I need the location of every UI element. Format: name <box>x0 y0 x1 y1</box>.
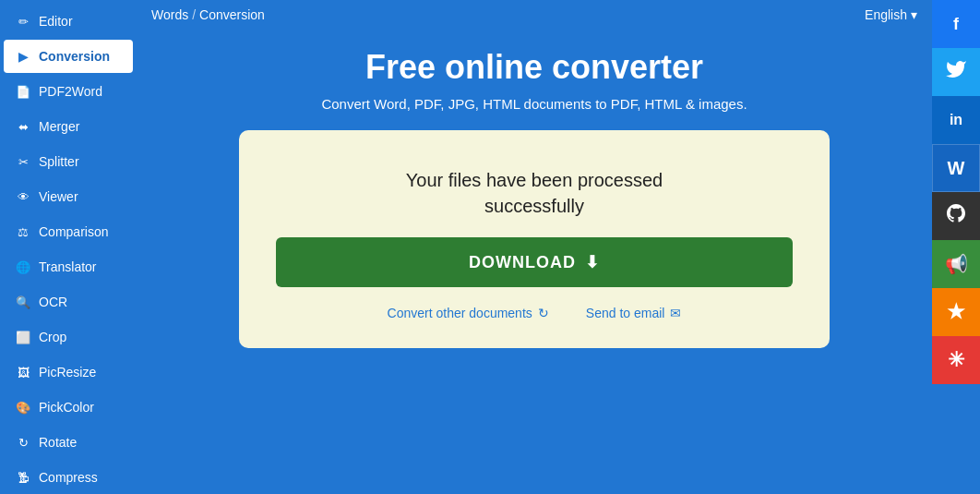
convert-other-link[interactable]: Convert other documents ↻ <box>388 306 549 320</box>
breadcrumb-words-link[interactable]: Words <box>151 7 188 22</box>
star-button[interactable]: ★ <box>932 288 980 336</box>
sidebar-item-label: PicResize <box>39 365 96 380</box>
sidebar: ✏ Editor ▶ Conversion 📄 PDF2Word ⬌ Merge… <box>0 0 137 494</box>
sidebar-item-ocr[interactable]: 🔍 OCR <box>4 285 133 319</box>
sidebar-item-label: Merger <box>39 119 79 134</box>
sidebar-item-label: Rotate <box>39 435 77 450</box>
sidebar-item-rotate[interactable]: ↻ Rotate <box>4 426 133 459</box>
email-icon: ✉ <box>670 306 681 320</box>
twitter-button[interactable] <box>932 48 980 96</box>
sidebar-item-editor[interactable]: ✏ Editor <box>4 5 133 38</box>
download-icon: ⬇ <box>585 252 600 272</box>
language-label: English <box>865 7 907 22</box>
linkedin-button[interactable]: in <box>932 96 980 144</box>
send-email-label: Send to email <box>586 306 665 320</box>
page-title: Free online converter <box>365 48 703 87</box>
asterisk-icon: ✳ <box>948 348 964 372</box>
star-icon: ★ <box>947 300 965 324</box>
result-box: Your files have been processed successfu… <box>239 130 830 348</box>
crop-icon: ⬜ <box>15 329 31 345</box>
asterisk-button[interactable]: ✳ <box>932 336 980 384</box>
breadcrumb-current: Conversion <box>199 7 265 22</box>
picresize-icon: 🖼 <box>15 364 31 380</box>
splitter-icon: ✂ <box>15 153 31 170</box>
page-subtitle: Convert Word, PDF, JPG, HTML documents t… <box>321 96 747 112</box>
sidebar-item-label: Comparison <box>39 224 108 239</box>
sidebar-item-label: OCR <box>39 295 67 309</box>
main-content: Words / Conversion English ▾ Free online… <box>137 0 932 494</box>
sidebar-item-label: Crop <box>39 330 66 344</box>
sidebar-item-comparison[interactable]: ⚖ Comparison <box>4 215 133 248</box>
rotate-icon: ↻ <box>15 434 31 451</box>
bottom-links: Convert other documents ↻ Send to email … <box>388 306 682 320</box>
page-content: Free online converter Convert Word, PDF,… <box>137 30 932 494</box>
facebook-icon: f <box>953 15 959 34</box>
sidebar-item-label: Conversion <box>39 49 110 64</box>
megaphone-icon: 📢 <box>945 253 968 275</box>
sidebar-item-splitter[interactable]: ✂ Splitter <box>4 145 133 178</box>
sidebar-item-label: Translator <box>39 259 97 274</box>
send-email-link[interactable]: Send to email ✉ <box>586 306 682 320</box>
sidebar-item-label: Compress <box>39 470 98 485</box>
sidebar-item-label: PDF2Word <box>39 84 102 99</box>
github-button[interactable] <box>932 192 980 240</box>
sidebar-item-label: Editor <box>39 14 73 29</box>
linkedin-icon: in <box>950 112 962 128</box>
sidebar-item-compress[interactable]: 🗜 Compress <box>4 461 133 494</box>
sidebar-item-picresize[interactable]: 🖼 PicResize <box>4 355 133 389</box>
word-button[interactable]: W <box>932 144 980 192</box>
compress-icon: 🗜 <box>15 469 31 486</box>
refresh-icon: ↻ <box>538 306 549 320</box>
sidebar-item-merger[interactable]: ⬌ Merger <box>4 110 133 143</box>
sidebar-item-pickcolor[interactable]: 🎨 PickColor <box>4 391 133 424</box>
chevron-down-icon: ▾ <box>911 7 917 22</box>
breadcrumb: Words / Conversion <box>151 7 265 22</box>
success-message: Your files have been processed successfu… <box>406 167 663 219</box>
sidebar-item-crop[interactable]: ⬜ Crop <box>4 320 133 354</box>
comparison-icon: ⚖ <box>15 223 31 240</box>
megaphone-button[interactable]: 📢 <box>932 240 980 288</box>
sidebar-item-pdf2word[interactable]: 📄 PDF2Word <box>4 75 133 108</box>
sidebar-item-label: PickColor <box>39 400 94 415</box>
twitter-icon <box>945 58 967 86</box>
facebook-button[interactable]: f <box>932 0 980 48</box>
sidebar-item-translator[interactable]: 🌐 Translator <box>4 250 133 283</box>
sidebar-item-label: Splitter <box>39 154 79 169</box>
sidebar-item-label: Viewer <box>39 189 78 204</box>
merger-icon: ⬌ <box>15 118 31 135</box>
sidebar-item-conversion[interactable]: ▶ Conversion <box>4 40 133 73</box>
convert-other-label: Convert other documents <box>388 306 532 320</box>
breadcrumb-separator: / <box>192 7 196 22</box>
pdf2word-icon: 📄 <box>15 83 31 100</box>
header: Words / Conversion English ▾ <box>137 0 932 30</box>
language-selector[interactable]: English ▾ <box>865 7 917 22</box>
social-sidebar: f in W 📢 ★ ✳ <box>932 0 980 494</box>
word-icon: W <box>948 158 965 179</box>
download-button[interactable]: DOWNLOAD ⬇ <box>276 237 793 287</box>
translator-icon: 🌐 <box>15 259 31 275</box>
ocr-icon: 🔍 <box>15 294 31 310</box>
sidebar-item-viewer[interactable]: 👁 Viewer <box>4 180 133 213</box>
download-label: DOWNLOAD <box>469 253 576 272</box>
github-icon <box>945 202 967 230</box>
conversion-icon: ▶ <box>15 48 31 65</box>
viewer-icon: 👁 <box>15 188 31 205</box>
pickcolor-icon: 🎨 <box>15 399 31 416</box>
editor-icon: ✏ <box>15 13 31 30</box>
